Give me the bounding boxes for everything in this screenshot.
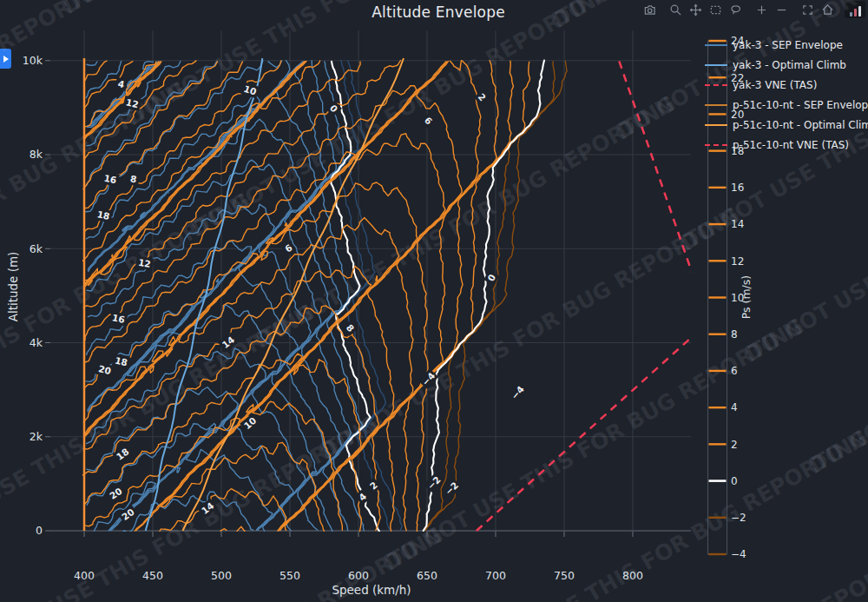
legend-line-swatch-icon — [705, 44, 727, 46]
x-tick-label: 500 — [211, 569, 232, 582]
x-tick-label: 400 — [74, 569, 95, 582]
x-tick-label: 750 — [554, 569, 575, 582]
legend-item-0[interactable]: yak-3 - SEP Envelope — [705, 35, 868, 55]
contour-label: −4 — [509, 384, 526, 401]
watermark-text: DO NOT USE THIS FOR BUG REPORTING — [805, 216, 868, 479]
y-tick-label: 6k — [30, 242, 43, 255]
altitude-envelope-window: Altitude Envelope DO NOT USE THIS FOR BU… — [0, 0, 868, 602]
legend-item-4[interactable]: p-51c-10-nt - Optimal Climb — [705, 115, 868, 135]
x-tick-label: 700 — [485, 569, 506, 582]
x-tick-label: 650 — [417, 569, 437, 582]
legend-item-2[interactable]: yak-3 VNE (TAS) — [705, 75, 868, 95]
watermark-text: DO NOT USE THIS FOR BUG REPORTING — [444, 425, 868, 602]
x-axis-title: Speed (km/h) — [332, 583, 411, 597]
legend-item-label: p-51c-10-nt VNE (TAS) — [733, 139, 849, 151]
x-tick-label: 800 — [622, 569, 643, 582]
yak-3-vne-tas- — [477, 331, 699, 531]
colorbar-tick-label: −2 — [731, 512, 746, 524]
legend-item-label: p-51c-10-nt - Optimal Climb — [733, 119, 868, 131]
watermark-text: DO NOT USE THIS FOR BUG REPORTING — [58, 0, 487, 19]
legend-item-5[interactable]: p-51c-10-nt VNE (TAS) — [705, 135, 868, 155]
colorbar-tick-label: 12 — [731, 255, 744, 268]
legend-line-swatch-icon — [705, 144, 727, 146]
y-tick-label: 4k — [30, 336, 43, 349]
colorbar-tick-label: 16 — [731, 182, 744, 194]
y-tick-label: 0 — [36, 524, 43, 537]
legend-item-3[interactable]: p-51c-10-nt - SEP Envelope — [705, 95, 868, 115]
y-tick-label: 10k — [23, 54, 43, 67]
colorbar-title: Ps (m/s) — [740, 275, 753, 319]
contour-label: 12 — [137, 257, 151, 269]
x-tick-label: 600 — [348, 569, 369, 582]
colorbar-tick-label: 6 — [731, 365, 738, 377]
contour-label: −2 — [443, 480, 460, 497]
colorbar-tick-label: −4 — [731, 548, 746, 560]
legend-item-label: yak-3 - SEP Envelope — [733, 39, 843, 51]
x-tick-label: 450 — [142, 569, 163, 582]
legend-item-label: p-51c-10-nt - SEP Envelope — [733, 99, 868, 111]
legend-line-swatch-icon — [705, 64, 727, 66]
x-tick-label: 550 — [279, 569, 300, 582]
colorbar-tick-label: 2 — [731, 439, 738, 451]
colorbar-tick-label: 8 — [731, 328, 738, 341]
legend-line-swatch-icon — [705, 84, 727, 86]
contour-label: 16 — [103, 173, 117, 185]
legend: yak-3 - SEP Envelopeyak-3 - Optimal Clim… — [705, 35, 868, 155]
legend-item-1[interactable]: yak-3 - Optimal Climb — [705, 55, 868, 75]
y-tick-label: 2k — [30, 430, 43, 443]
colorbar-tick-label: 4 — [731, 401, 738, 413]
y-axis-title: Altitude (m) — [6, 252, 20, 322]
legend-item-label: yak-3 - Optimal Climb — [733, 59, 846, 71]
colorbar-tick-label: 0 — [731, 475, 738, 487]
legend-item-label: yak-3 VNE (TAS) — [733, 79, 817, 91]
y-tick-label: 8k — [30, 148, 43, 161]
contour-label: −2 — [425, 474, 443, 492]
colorbar-tick-label: 14 — [731, 218, 744, 230]
legend-line-swatch-icon — [705, 124, 727, 126]
legend-line-swatch-icon — [705, 104, 727, 106]
